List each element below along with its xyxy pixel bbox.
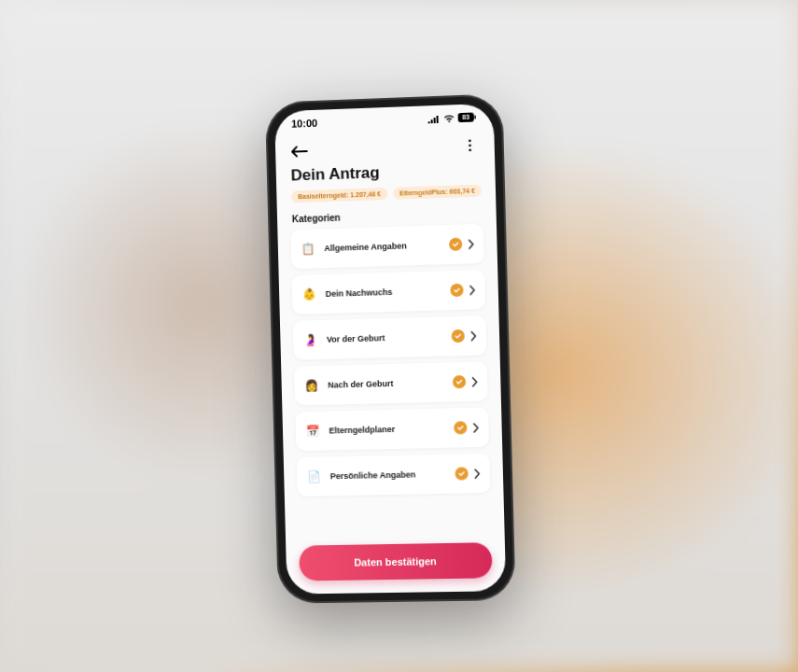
status-complete-icon: [452, 329, 465, 343]
status-complete-icon: [455, 467, 468, 480]
svg-rect-1: [474, 115, 476, 119]
category-allgemeine-angaben[interactable]: 📋 Allgemeine Angaben: [290, 224, 484, 269]
category-nach-der-geburt[interactable]: 👩 Nach der Geburt: [294, 361, 488, 405]
baby-icon: 👶: [301, 287, 316, 301]
category-dein-nachwuchs[interactable]: 👶 Dein Nachwuchs: [291, 270, 485, 315]
confirm-button-label: Daten bestätigen: [354, 555, 437, 567]
more-vertical-icon: [468, 139, 471, 152]
category-persoenliche-angaben[interactable]: 📄 Persönliche Angaben: [297, 454, 491, 497]
calendar-icon: 📅: [305, 424, 320, 439]
phone-frame: 10:00 83 Dein Antrag Basiselterngeld: 1.…: [265, 93, 516, 603]
pill-elterngeldplus: ElterngeldPlus: 603,74 €: [393, 185, 482, 200]
svg-point-4: [469, 144, 471, 147]
svg-text:83: 83: [462, 114, 469, 120]
category-label: Dein Nachwuchs: [326, 286, 451, 299]
chevron-right-icon: [468, 239, 474, 249]
chevron-right-icon: [472, 422, 479, 432]
wifi-icon: [442, 114, 455, 123]
signal-icon: [427, 114, 440, 122]
category-vor-der-geburt[interactable]: 🤰 Vor der Geburt: [293, 315, 487, 360]
category-label: Allgemeine Angaben: [324, 240, 449, 253]
status-complete-icon: [449, 238, 462, 251]
chevron-right-icon: [470, 330, 477, 341]
document-icon: 📋: [300, 241, 315, 256]
svg-point-5: [469, 148, 471, 151]
pregnant-icon: 🤰: [302, 332, 317, 347]
battery-icon: 83: [458, 112, 477, 122]
back-button[interactable]: [288, 140, 311, 163]
category-list: 📋 Allgemeine Angaben 👶 Dein Nachwuchs 🤰 …: [277, 223, 504, 537]
status-complete-icon: [453, 375, 466, 388]
category-elterngeldplaner[interactable]: 📅 Elterngeldplaner: [295, 408, 489, 452]
chevron-right-icon: [474, 469, 481, 479]
page-title: Dein Antrag: [290, 161, 480, 186]
category-label: Elterngeldplaner: [329, 423, 454, 435]
chevron-right-icon: [469, 285, 475, 295]
status-icons: 83: [427, 112, 476, 123]
more-button[interactable]: [458, 133, 482, 157]
pill-basiselterngeld: Basiselterngeld: 1.207,48 €: [291, 188, 387, 203]
person-icon: 👩: [303, 378, 318, 393]
page-icon: 📄: [306, 469, 321, 484]
status-complete-icon: [454, 421, 467, 434]
status-complete-icon: [450, 284, 463, 297]
phone-screen: 10:00 83 Dein Antrag Basiselterngeld: 1.…: [274, 104, 506, 595]
confirm-button[interactable]: Daten bestätigen: [299, 542, 493, 581]
category-label: Persönliche Angaben: [330, 469, 455, 482]
category-label: Nach der Geburt: [328, 377, 453, 389]
arrow-left-icon: [291, 146, 308, 158]
status-time: 10:00: [291, 118, 317, 130]
category-label: Vor der Geburt: [327, 331, 452, 344]
svg-point-3: [469, 139, 471, 142]
chevron-right-icon: [471, 376, 478, 386]
